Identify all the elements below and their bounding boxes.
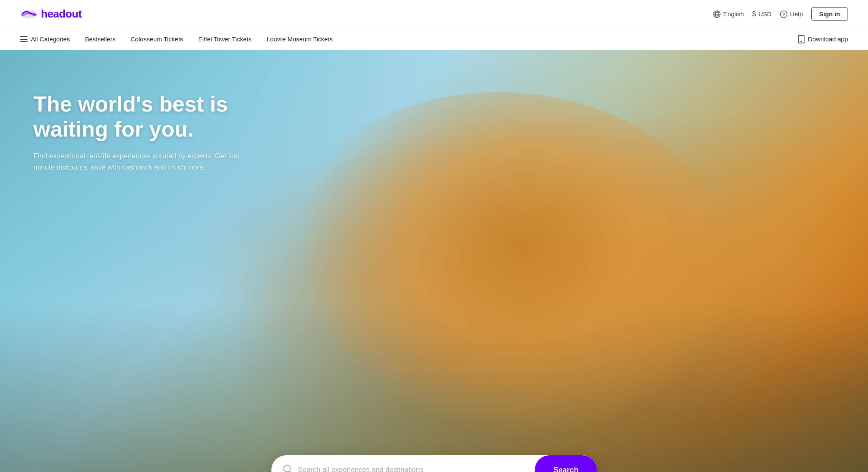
hero-image — [261, 92, 738, 472]
globe-icon — [713, 10, 721, 18]
hero-content: The world's best is waiting for you. Fin… — [0, 50, 292, 173]
currency-label: USD — [758, 10, 772, 18]
language-selector[interactable]: English — [713, 10, 744, 18]
svg-text:?: ? — [782, 12, 785, 17]
nav-link-bestsellers[interactable]: Bestsellers — [85, 36, 115, 43]
help-label: Help — [790, 10, 803, 18]
search-bar-wrapper: Search — [271, 455, 597, 472]
search-icon — [283, 464, 292, 472]
download-app-label: Download app — [808, 36, 848, 43]
top-nav-right: English $ USD ? Help Sign in — [713, 7, 848, 21]
logo[interactable]: headout — [20, 8, 82, 20]
secondary-navigation: All Categories Bestsellers Colosseum Tic… — [0, 28, 868, 50]
phone-icon — [798, 35, 805, 43]
logo-text: headout — [41, 8, 82, 20]
logo-icon — [20, 9, 38, 19]
hero-subtitle: Find exceptional real-life experiences c… — [33, 150, 251, 173]
top-navigation: headout English $ USD ? Help Sign in — [0, 0, 868, 28]
currency-symbol: $ — [752, 10, 756, 18]
search-input-area — [271, 464, 535, 472]
help-link[interactable]: ? Help — [780, 10, 803, 18]
help-icon: ? — [780, 10, 787, 18]
search-button[interactable]: Search — [535, 455, 597, 472]
download-app-link[interactable]: Download app — [798, 35, 848, 43]
sign-in-button[interactable]: Sign in — [811, 7, 848, 21]
hero-section: The world's best is waiting for you. Fin… — [0, 50, 868, 472]
language-label: English — [723, 10, 744, 18]
nav-links-left: All Categories Bestsellers Colosseum Tic… — [20, 36, 333, 43]
nav-link-eiffel[interactable]: Eiffel Tower Tickets — [198, 36, 252, 43]
all-categories-label: All Categories — [31, 36, 70, 43]
search-input[interactable] — [298, 466, 524, 472]
currency-selector[interactable]: $ USD — [752, 10, 772, 18]
nav-link-colosseum[interactable]: Colosseum Tickets — [131, 36, 183, 43]
search-bar: Search — [271, 455, 597, 472]
all-categories-menu[interactable]: All Categories — [20, 36, 70, 43]
hamburger-icon — [20, 36, 28, 42]
hero-title: The world's best is waiting for you. — [33, 92, 259, 142]
nav-link-louvre[interactable]: Louvre Museum Tickets — [266, 36, 332, 43]
